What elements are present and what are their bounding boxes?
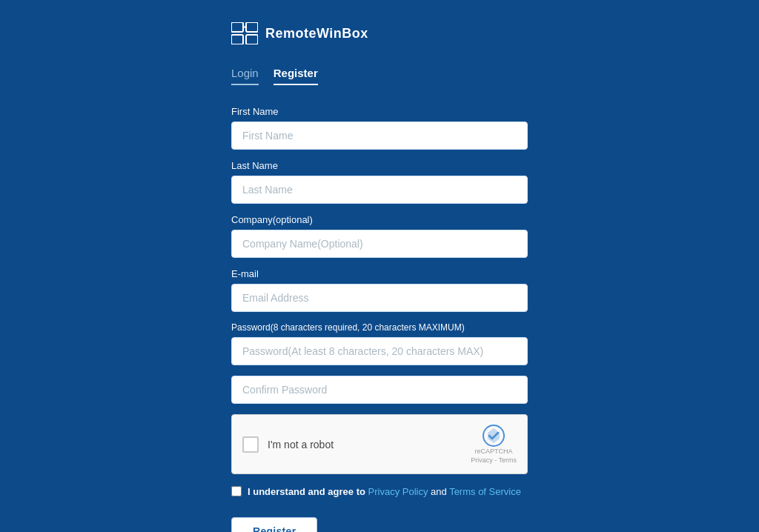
confirm-password-group	[231, 376, 528, 404]
company-label: Company(optional)	[231, 214, 528, 225]
tabs: Login Register	[231, 67, 528, 85]
first-name-label: First Name	[231, 106, 528, 117]
last-name-label: Last Name	[231, 160, 528, 171]
recaptcha-box[interactable]: I'm not a robot reCAPTCHA Privacy - Term…	[231, 414, 528, 474]
page-container: RemoteWinBox Login Register First Name L…	[231, 22, 528, 532]
email-input[interactable]	[231, 284, 528, 312]
agree-checkbox[interactable]	[231, 486, 242, 496]
tab-login[interactable]: Login	[231, 67, 259, 85]
confirm-password-input[interactable]	[231, 376, 528, 404]
last-name-input[interactable]	[231, 176, 528, 204]
email-label: E-mail	[231, 268, 528, 279]
privacy-policy-link[interactable]: Privacy Policy	[368, 486, 428, 497]
last-name-group: Last Name	[231, 160, 528, 204]
svg-rect-2	[231, 35, 243, 44]
recaptcha-left: I'm not a robot	[242, 436, 334, 453]
agree-text: I understand and agree to Privacy Policy…	[248, 485, 521, 499]
svg-rect-3	[246, 35, 258, 44]
svg-rect-1	[246, 22, 258, 32]
svg-rect-0	[231, 22, 243, 32]
company-group: Company(optional)	[231, 214, 528, 258]
register-button[interactable]: Register	[231, 517, 317, 532]
logo-text: RemoteWinBox	[265, 26, 368, 41]
recaptcha-text: reCAPTCHA Privacy - Terms	[471, 448, 517, 465]
company-input[interactable]	[231, 230, 528, 258]
agree-row: I understand and agree to Privacy Policy…	[231, 485, 528, 499]
recaptcha-right: reCAPTCHA Privacy - Terms	[471, 424, 517, 465]
password-note: Password(8 characters required, 20 chara…	[231, 322, 528, 333]
tab-register[interactable]: Register	[274, 67, 318, 85]
recaptcha-logo-icon	[482, 424, 506, 448]
first-name-input[interactable]	[231, 122, 528, 150]
logo-icon	[231, 22, 258, 44]
recaptcha-checkbox[interactable]	[242, 436, 259, 453]
recaptcha-label: I'm not a robot	[268, 439, 334, 450]
password-input[interactable]	[231, 337, 528, 365]
terms-of-service-link[interactable]: Terms of Service	[449, 486, 521, 497]
first-name-group: First Name	[231, 106, 528, 150]
email-group: E-mail	[231, 268, 528, 312]
password-group: Password(8 characters required, 20 chara…	[231, 322, 528, 365]
logo-area: RemoteWinBox	[231, 22, 368, 44]
